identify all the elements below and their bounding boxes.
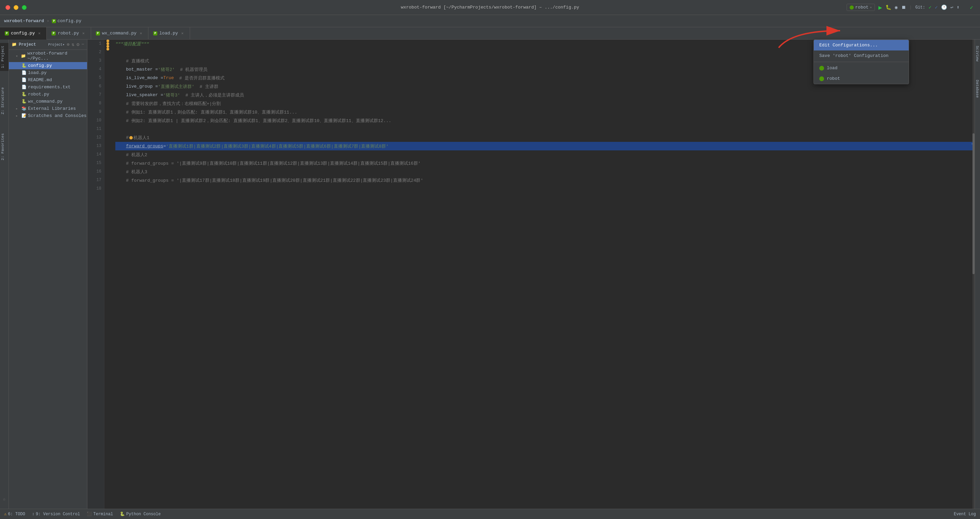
window-title: wxrobot-forward [~/PycharmProjects/wxrob… <box>401 5 579 10</box>
run-config-label: robot <box>855 5 869 10</box>
tree-locate-icon[interactable]: ⊕ <box>67 41 69 48</box>
traffic-lights <box>5 5 27 10</box>
code-line-16[interactable]: # 机器人3 <box>115 167 975 176</box>
terminal-icon: ⬛ <box>87 511 92 517</box>
status-version-control[interactable]: ↕ 9: Version Control <box>32 512 80 517</box>
tab-config-py-close[interactable]: ✕ <box>37 31 41 36</box>
git-revert-icon[interactable]: ↩ <box>950 5 953 10</box>
git-push-icon[interactable]: ⬆ <box>957 5 959 10</box>
vtab-structure[interactable]: Z: Structure <box>0 84 8 117</box>
vtab-favorites[interactable]: 2: Favorites <box>0 130 8 163</box>
tree-close-icon[interactable]: − <box>81 41 84 48</box>
code-indent-14 <box>115 152 126 157</box>
code-line-10[interactable]: # 例如2: 直播测试群1 | 直播测试群2，则会匹配: 直播测试群1、直播测试… <box>115 116 975 125</box>
debug-button[interactable]: 🐛 <box>886 5 891 10</box>
git-checkmark-blue[interactable]: ✓ <box>935 5 938 10</box>
vtab-sciview[interactable]: SciView <box>975 43 980 64</box>
line-num-9: 9 <box>90 108 101 116</box>
tab-load-py[interactable]: P load.py ✕ <box>148 27 190 40</box>
code-token-1: """项目配置""" <box>115 41 149 47</box>
code-cmt-5: # 是否开启群直播模式 <box>179 75 224 81</box>
minimize-button[interactable] <box>14 5 18 10</box>
load-config-label: load <box>827 65 837 71</box>
event-log-label: Event Log <box>954 512 976 517</box>
code-line-18[interactable] <box>115 184 975 193</box>
menu-item-load[interactable]: load <box>814 63 909 73</box>
code-line-17[interactable]: # forward_groups = '|直播测试17群|直播测试18群|直播测… <box>115 176 975 184</box>
line-num-17: 17 <box>90 176 101 184</box>
line-indicator <box>972 144 972 144</box>
tree-gear-icon[interactable]: ⚙ <box>76 41 79 48</box>
editor-area[interactable]: 1 2 3 4 5 6 7 8 9 10 11 12 13 14 15 16 1… <box>88 40 975 509</box>
tree-item-external-libs[interactable]: ▸ 📚 External Libraries <box>9 105 87 112</box>
git-history-icon[interactable]: 🕐 <box>941 5 947 10</box>
tab-config-py[interactable]: P config.py ✕ <box>0 27 47 40</box>
scratches-expand-icon: ▸ <box>16 114 20 118</box>
gutter-8 <box>104 40 111 42</box>
tree-expand-icon[interactable]: ⇅ <box>72 41 75 48</box>
run-config-dropdown: Edit Configurations... Save 'robot' Conf… <box>813 40 909 84</box>
tree-toolbar: ⊕ ⇅ ⚙ − <box>67 41 84 48</box>
code-line-14[interactable]: # 机器人2 <box>115 151 975 159</box>
project-folder-icon: 📁 <box>21 54 26 59</box>
tree-item-load-label: load.py <box>28 70 47 75</box>
tab-wx-command-py[interactable]: P wx_command.py ✕ <box>91 27 148 40</box>
tree-item-config-py[interactable]: 🐍 config.py <box>9 62 87 69</box>
code-line-13[interactable]: forward_groups = '直播测试1群|直播测试2群|直播测试3群|直… <box>115 142 975 151</box>
code-cmt-12: # <box>126 135 129 140</box>
tree-item-load-py[interactable]: 📄 load.py <box>9 69 87 76</box>
code-line-9[interactable]: # 例如1: 直播测试群1，则会匹配: 直播测试群1、直播测试群10、直播测试群… <box>115 108 975 116</box>
file-load-py-icon: 📄 <box>21 70 27 75</box>
tree-item-robot-py[interactable]: 🐍 robot.py <box>9 91 87 98</box>
code-line-15[interactable]: # forward_groups = '|直播测试9群|直播测试10群|直播测试… <box>115 159 975 167</box>
run-config-icon <box>850 5 854 10</box>
maximize-button[interactable] <box>22 5 27 10</box>
tab-load-py-close[interactable]: ✕ <box>180 31 185 36</box>
code-cmt-7: # 主讲人，必须是主讲群成员 <box>185 92 244 98</box>
tree-item-scratches[interactable]: ▸ 📝 Scratches and Consoles <box>9 112 87 119</box>
project-name[interactable]: wxrobot-forward <box>4 18 44 24</box>
scrollbar-thumb[interactable] <box>972 133 975 274</box>
tree-item-wx-command-py[interactable]: 🐍 wx_command.py <box>9 98 87 105</box>
run-with-coverage[interactable]: ◉ <box>895 5 897 10</box>
code-sp-5 <box>174 75 180 81</box>
status-event-log[interactable]: Event Log <box>954 512 976 517</box>
vtab-database[interactable]: Database <box>975 77 980 101</box>
tab-config-py-icon: P <box>5 32 9 35</box>
run-config-selector[interactable]: robot ▾ <box>846 4 875 11</box>
line-num-11: 11 <box>90 125 101 133</box>
status-python-console[interactable]: 🐍 Python Console <box>120 511 161 517</box>
code-var-13: forward_groups <box>126 144 163 149</box>
code-cmt-16: # 机器人3 <box>126 169 147 175</box>
tab-robot-py[interactable]: P robot.py ✕ <box>47 27 91 40</box>
code-sp-7 <box>180 92 186 97</box>
editor-scrollbar[interactable] <box>972 40 975 509</box>
tab-wx-command-py-close[interactable]: ✕ <box>138 31 143 36</box>
run-button[interactable]: ▶ <box>878 4 882 11</box>
menu-item-save-configuration[interactable]: Save 'robot' Configuration <box>814 51 909 61</box>
git-checkmark-green[interactable]: ✓ <box>929 5 931 10</box>
external-libs-expand-icon: ▸ <box>16 106 20 111</box>
tab-robot-py-close[interactable]: ✕ <box>81 31 86 36</box>
tree-item-requirements[interactable]: 📄 requirements.txt <box>9 84 87 91</box>
code-cmt-4: # 机器管理员 <box>180 67 208 73</box>
menu-item-robot[interactable]: robot <box>814 73 909 84</box>
code-str-7: '猪哥3' <box>163 92 180 98</box>
code-line-8[interactable]: # 需要转发的群，查找方式：右模糊匹配+|分割 <box>115 99 975 108</box>
code-line-7[interactable]: live_speaker = '猪哥3' # 主讲人，必须是主讲群成员 <box>115 91 975 99</box>
git-label: Git: <box>915 5 925 10</box>
toolbar-separator: | <box>909 5 912 10</box>
code-line-12[interactable]: # 机器人1 <box>115 133 975 142</box>
status-terminal[interactable]: ⬛ Terminal <box>87 511 113 517</box>
code-str-4: '猪哥2' <box>158 67 175 73</box>
code-line-11[interactable] <box>115 125 975 133</box>
menu-item-edit-configurations[interactable]: Edit Configurations... <box>814 40 909 51</box>
file-config-py-icon: 🐍 <box>21 63 27 68</box>
vtab-project[interactable]: 1: Project <box>0 43 8 71</box>
stop-button[interactable]: ⏹ <box>901 5 906 10</box>
status-todo[interactable]: ⚠ 6: TODO <box>4 511 25 517</box>
external-libs-icon: 📚 <box>21 106 27 111</box>
close-button[interactable] <box>5 5 10 10</box>
tree-item-root[interactable]: ▾ 📁 wxrobot-forward ~/Pyc... <box>9 50 87 62</box>
tree-item-readme[interactable]: 📄 README.md <box>9 76 87 84</box>
